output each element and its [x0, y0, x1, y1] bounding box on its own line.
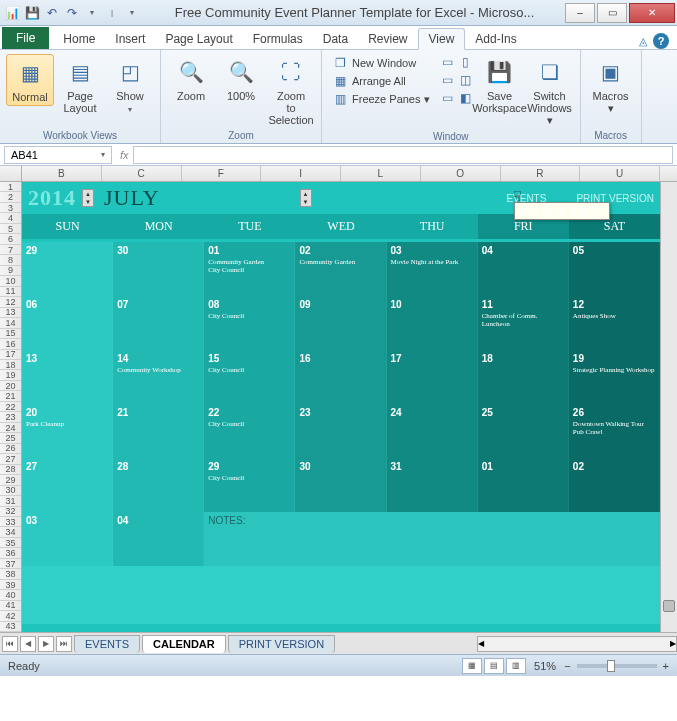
page-layout-view-button[interactable]: ▤ [484, 658, 504, 674]
year-spinner[interactable]: ▲▼ [82, 189, 94, 207]
tab-data[interactable]: Data [313, 29, 358, 49]
row-header[interactable]: 38 [0, 569, 21, 579]
tab-formulas[interactable]: Formulas [243, 29, 313, 49]
calendar-day[interactable]: 02Community Garden [295, 242, 386, 296]
row-header[interactable]: 36 [0, 548, 21, 558]
row-header[interactable]: 26 [0, 444, 21, 454]
calendar-day[interactable]: 17 [387, 350, 478, 404]
qat-dropdown[interactable]: ▾ [84, 5, 100, 21]
calendar-day[interactable]: 11Chamber of Comm. Luncheon [478, 296, 569, 350]
row-header[interactable]: 37 [0, 559, 21, 569]
horizontal-scrollbar[interactable]: ◀▶ [477, 636, 677, 652]
calendar-day[interactable]: 28 [113, 458, 204, 512]
column-header[interactable]: R [501, 166, 581, 181]
row-header[interactable]: 8 [0, 255, 21, 265]
minimize-button[interactable]: – [565, 3, 595, 23]
row-header[interactable]: 31 [0, 496, 21, 506]
row-header[interactable]: 21 [0, 391, 21, 401]
column-header[interactable]: L [341, 166, 421, 181]
calendar-day[interactable]: 14Community Workshop [113, 350, 204, 404]
calendar-day[interactable]: 16 [295, 350, 386, 404]
row-header[interactable]: 2 [0, 192, 21, 202]
window-option-icon[interactable]: ▭ [440, 72, 456, 88]
zoom-in-button[interactable]: + [663, 660, 669, 672]
zoom-slider[interactable] [577, 664, 657, 668]
window-option-icon[interactable]: ▭ [440, 54, 456, 70]
window-option-icon[interactable]: ◧ [458, 90, 474, 106]
notes-cell[interactable]: NOTES: [204, 512, 660, 566]
calendar-day[interactable]: 27 [22, 458, 113, 512]
month-spinner[interactable]: ▲▼ [300, 189, 312, 207]
row-header[interactable]: 28 [0, 465, 21, 475]
ribbon-100-[interactable]: 🔍100% [217, 54, 265, 104]
calendar-day[interactable]: 18 [478, 350, 569, 404]
ribbon-show[interactable]: ◰Show▾ [106, 54, 154, 116]
save-icon[interactable]: 💾 [24, 5, 40, 21]
calendar-day[interactable]: 21 [113, 404, 204, 458]
calendar-day[interactable]: 05 [569, 242, 660, 296]
calendar-day[interactable]: 26Downtown Walking TourPub Crawl [569, 404, 660, 458]
row-header[interactable]: 32 [0, 507, 21, 517]
row-header[interactable]: 35 [0, 538, 21, 548]
row-header[interactable]: 23 [0, 412, 21, 422]
calendar-day[interactable]: 07 [113, 296, 204, 350]
ribbon-page-layout[interactable]: ▤PageLayout [56, 54, 104, 116]
tab-view[interactable]: View [418, 28, 466, 50]
row-header[interactable]: 12 [0, 297, 21, 307]
tab-add-ins[interactable]: Add-Ins [465, 29, 526, 49]
tab-nav-first[interactable]: ⏮ [2, 636, 18, 652]
row-header[interactable]: 11 [0, 287, 21, 297]
row-header[interactable]: 10 [0, 276, 21, 286]
zoom-out-button[interactable]: − [564, 660, 570, 672]
normal-view-button[interactable]: ▦ [462, 658, 482, 674]
sheet-tab-events[interactable]: EVENTS [74, 635, 140, 653]
calendar-day[interactable]: 10 [387, 296, 478, 350]
file-tab[interactable]: File [2, 27, 49, 49]
tab-home[interactable]: Home [53, 29, 105, 49]
row-header[interactable]: 18 [0, 360, 21, 370]
worksheet[interactable]: 2014 ▲▼ JULY ▲▼ EVENTS PRINT VERSION ☟ G… [22, 182, 660, 632]
row-header[interactable]: 40 [0, 590, 21, 600]
formula-input[interactable] [133, 146, 673, 164]
tab-nav-next[interactable]: ▶ [38, 636, 54, 652]
calendar-day[interactable]: 29 [22, 242, 113, 296]
help-icon[interactable]: ? [653, 33, 669, 49]
calendar-day[interactable]: 30 [113, 242, 204, 296]
ribbon-switch-windows-[interactable]: ❏SwitchWindows ▾ [526, 54, 574, 129]
ribbon-new-window[interactable]: ❐New Window [328, 54, 434, 72]
calendar-day[interactable]: 04 [113, 512, 204, 566]
row-header[interactable]: 30 [0, 486, 21, 496]
row-header[interactable]: 15 [0, 329, 21, 339]
row-header[interactable]: 17 [0, 350, 21, 360]
calendar-day[interactable]: 22City Council [204, 404, 295, 458]
ribbon-freeze-panes-[interactable]: ▥Freeze Panes ▾ [328, 90, 434, 108]
calendar-day[interactable]: 19Strategic Planning Workshop [569, 350, 660, 404]
row-header[interactable]: 1 [0, 182, 21, 192]
zoom-level[interactable]: 51% [534, 660, 556, 672]
close-button[interactable]: ✕ [629, 3, 675, 23]
row-header[interactable]: 20 [0, 381, 21, 391]
calendar-day[interactable]: 25 [478, 404, 569, 458]
row-header[interactable]: 3 [0, 203, 21, 213]
tab-page-layout[interactable]: Page Layout [155, 29, 242, 49]
minimize-ribbon-icon[interactable]: ◬ [639, 35, 647, 48]
calendar-day[interactable]: 03 [22, 512, 113, 566]
tab-insert[interactable]: Insert [105, 29, 155, 49]
row-header[interactable]: 16 [0, 339, 21, 349]
maximize-button[interactable]: ▭ [597, 3, 627, 23]
ribbon-zoom[interactable]: 🔍Zoom [167, 54, 215, 104]
calendar-day[interactable]: 20Park Cleanup [22, 404, 113, 458]
tab-review[interactable]: Review [358, 29, 417, 49]
calendar-day[interactable]: 24 [387, 404, 478, 458]
row-header[interactable]: 39 [0, 580, 21, 590]
ribbon-save-workspace[interactable]: 💾SaveWorkspace [476, 54, 524, 116]
row-header[interactable]: 42 [0, 611, 21, 621]
calendar-day[interactable]: 30 [295, 458, 386, 512]
row-header[interactable]: 6 [0, 234, 21, 244]
column-header[interactable]: O [421, 166, 501, 181]
row-header[interactable]: 7 [0, 245, 21, 255]
row-header[interactable]: 19 [0, 370, 21, 380]
select-all-corner[interactable] [0, 166, 22, 181]
column-header[interactable]: C [102, 166, 182, 181]
tab-nav-last[interactable]: ⏭ [56, 636, 72, 652]
